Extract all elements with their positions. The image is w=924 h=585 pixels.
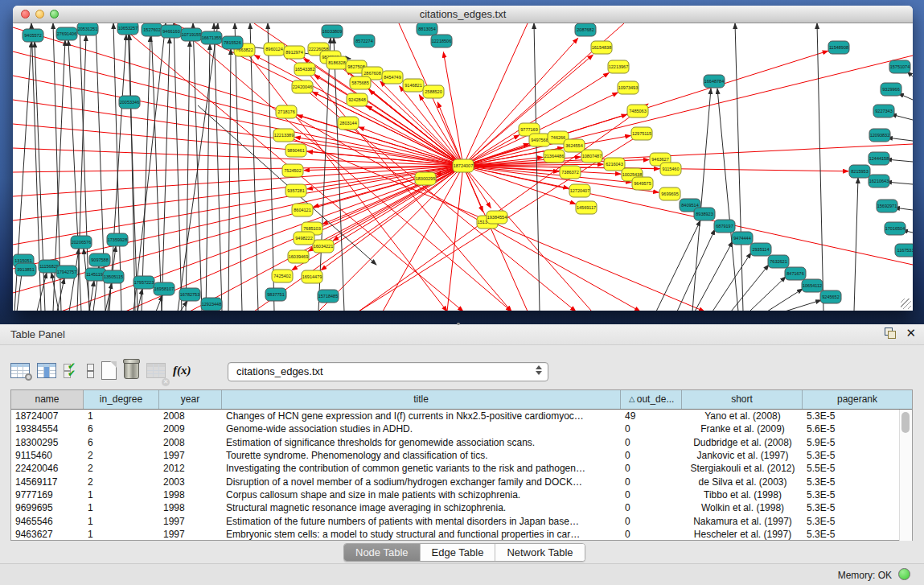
graph-node[interactable]: 9837751 (265, 288, 286, 301)
graph-node[interactable]: 10653257 (117, 23, 138, 35)
close-panel-icon[interactable]: ✕ (906, 327, 916, 339)
table-row[interactable]: 1830029562008Estimation of significance … (11, 436, 912, 449)
graph-node[interactable]: 7632621 (768, 255, 789, 268)
graph-node[interactable]: 3624554 (564, 139, 585, 152)
table-row[interactable]: 911546021997Tourette syndrome. Phenomeno… (11, 449, 912, 462)
table-row[interactable]: 946362711997Embryonic stem cells: a mode… (11, 528, 912, 541)
graph-node[interactable]: 12213967 (608, 60, 629, 73)
graph-node[interactable]: 12975115 (631, 127, 652, 140)
graph-node[interactable]: 10719155 (181, 28, 202, 41)
graph-node[interactable]: 6879197 (714, 220, 735, 233)
graph-node[interactable]: 9357281 (285, 184, 306, 197)
graph-node[interactable]: 8960124 (264, 43, 285, 56)
tab-edge-table[interactable]: Edge Table (421, 544, 496, 561)
graph-node[interactable]: 15692971 (877, 200, 897, 212)
scrollbar-thumb[interactable] (901, 412, 910, 433)
graph-node[interactable]: 17942757 (56, 266, 77, 278)
graph-node[interactable]: 16039469 (288, 250, 309, 263)
graph-node[interactable]: 16154838 (591, 41, 612, 54)
table-select-dropdown[interactable]: citations_edges.txt (228, 362, 548, 381)
graph-node[interactable]: 8471676 (785, 267, 806, 280)
column-header-in_degree[interactable]: in_degree (84, 390, 159, 409)
graph-node[interactable]: 12093832 (869, 129, 890, 142)
table-row[interactable]: 1938455462009Genome-wide association stu… (11, 422, 912, 435)
tab-network-table[interactable]: Network Table (495, 544, 584, 561)
graph-node[interactable]: 16543382 (294, 63, 315, 76)
splitter-grip[interactable] (454, 322, 462, 326)
graph-node[interactable]: 12720407 (569, 184, 590, 197)
table-row[interactable]: 969969511998Structural magnetic resonanc… (11, 501, 912, 514)
graph-node[interactable]: 9227343 (873, 105, 894, 117)
table-settings-icon[interactable] (10, 358, 30, 382)
graph-node[interactable]: 17359928 (107, 233, 128, 246)
graph-node[interactable]: 16782753 (179, 288, 200, 301)
table-row[interactable]: 946554611997Estimation of the future num… (11, 514, 912, 527)
graph-node[interactable]: 8938923 (694, 208, 715, 220)
float-panel-icon[interactable] (884, 327, 896, 339)
graph-node[interactable]: 8186328 (326, 56, 347, 69)
graph-node[interactable]: 13505115 (103, 270, 124, 283)
graph-node[interactable]: 12218506 (431, 35, 452, 47)
graph-node[interactable]: 7425402 (272, 270, 293, 282)
graph-node[interactable]: 27691406 (56, 27, 77, 40)
graph-node[interactable]: 9498222 (294, 232, 314, 245)
network-window-titlebar[interactable]: citations_edges.txt (13, 6, 913, 23)
graph-node[interactable]: 16034221 (313, 240, 334, 253)
graph-node[interactable]: 16671355 (201, 31, 222, 44)
graph-node[interactable]: 14569117 (576, 201, 597, 214)
graph-node[interactable]: 10654112 (802, 279, 823, 292)
graph-node[interactable]: 12923448 (201, 298, 222, 311)
function-builder-icon[interactable]: f(x) (173, 358, 191, 382)
graph-node[interactable]: 1167533 (895, 244, 913, 257)
graph-node[interactable]: 9474444 (732, 232, 753, 245)
graph-node[interactable]: 3913851 (15, 263, 36, 276)
graph-node[interactable]: 2935114 (750, 243, 771, 256)
memory-ok-indicator[interactable] (898, 568, 910, 580)
graph-node[interactable]: 9329966 (881, 83, 901, 96)
graph-node[interactable]: 7815526 (222, 36, 243, 49)
graph-node[interactable]: 18724007 (453, 159, 474, 172)
graph-node[interactable]: 8912974 (284, 46, 305, 59)
graph-node[interactable]: 10973493 (618, 81, 639, 94)
graph-node[interactable]: 9466160 (161, 25, 182, 38)
graph-node[interactable]: 20531251 (77, 23, 98, 35)
graph-node[interactable]: 16033809 (322, 25, 343, 38)
graph-node[interactable]: 2718176 (276, 105, 297, 118)
graph-node[interactable]: 8604121 (292, 204, 313, 216)
column-header-pagerank[interactable]: pagerank (803, 390, 912, 409)
table-row[interactable]: 977716911998Corpus callosum shape and si… (11, 488, 912, 501)
table-row[interactable]: 2242004622012Investigating the contribut… (11, 462, 912, 475)
table-vertical-scrollbar[interactable] (899, 410, 912, 541)
graph-node[interactable]: 21364486 (544, 150, 565, 163)
column-visibility-icon[interactable] (37, 358, 56, 382)
graph-node[interactable]: 9649575 (632, 177, 653, 190)
graph-node[interactable]: 9242848 (347, 93, 368, 106)
graph-node[interactable]: 10807487 (581, 150, 602, 163)
new-table-icon[interactable] (101, 358, 117, 382)
graph-node[interactable]: 20053346 (119, 96, 140, 109)
window-resize-grip[interactable] (901, 299, 911, 309)
column-header-title[interactable]: title (222, 390, 621, 409)
column-header-short[interactable]: short (682, 390, 803, 409)
delete-table-icon[interactable] (124, 358, 139, 382)
column-header-year[interactable]: year (159, 390, 222, 409)
graph-node[interactable]: 8572274 (354, 35, 375, 47)
table-row[interactable]: 1456911722003Disruption of a novel membe… (11, 475, 912, 488)
graph-node[interactable]: 7485063 (627, 105, 648, 117)
graph-node[interactable]: 20206576 (71, 236, 92, 249)
graph-node[interactable]: 2588520 (423, 85, 444, 98)
graph-node[interactable]: 2803144 (338, 117, 359, 130)
graph-node[interactable]: 1527602 (142, 23, 162, 36)
graph-node[interactable]: 9405572 (23, 29, 43, 42)
clear-rows-icon[interactable] (87, 358, 94, 382)
citation-graph[interactable]: 7663822896012489129742222605898275058186… (13, 23, 913, 311)
network-canvas[interactable]: 7663822896012489129742222605898275058186… (13, 23, 913, 311)
graph-node[interactable]: 11548908 (828, 41, 849, 54)
graph-node[interactable]: 19384554 (487, 211, 507, 224)
graph-node[interactable]: 15751074 (889, 60, 910, 73)
tab-node-table[interactable]: Node Table (344, 544, 421, 561)
graph-node[interactable]: 7386372 (560, 166, 581, 179)
graph-node[interactable]: 9115460 (660, 163, 681, 175)
graph-node[interactable]: 9699695 (659, 187, 680, 200)
graph-node[interactable]: 12444158 (869, 152, 889, 165)
